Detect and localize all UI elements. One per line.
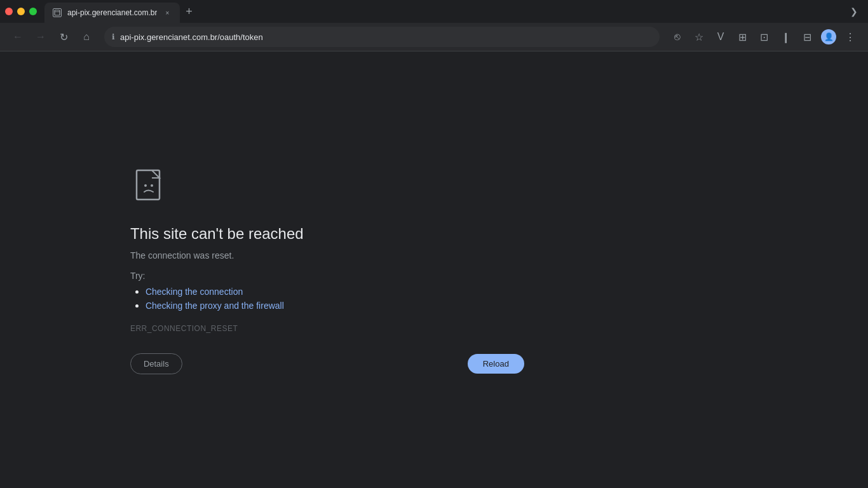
maximize-window-button[interactable] [29, 8, 37, 15]
url-text: api-pix.gerencianet.com.br/oauth/token [120, 32, 652, 42]
sidebar-toggle-button[interactable]: ❙ [775, 27, 796, 47]
tab-close-button[interactable]: × [162, 8, 172, 18]
security-icon: ℹ [112, 32, 115, 41]
svg-rect-0 [55, 10, 60, 15]
tab-bar-right: ❯ [845, 4, 863, 19]
tab-bar: api-pix.gerencianet.com.br × + ❯ [0, 0, 868, 23]
vivaldi-button[interactable]: V [710, 27, 731, 47]
sync-button[interactable]: ⊞ [732, 27, 752, 47]
back-button[interactable]: ← [8, 27, 28, 47]
error-code: ERR_CONNECTION_RESET [130, 324, 512, 333]
svg-point-3 [144, 184, 147, 187]
details-button[interactable]: Details [130, 353, 182, 374]
active-tab[interactable]: api-pix.gerencianet.com.br × [44, 3, 180, 23]
reload-button[interactable]: ↻ [53, 27, 74, 47]
button-row: Details Reload [130, 353, 524, 374]
extensions-button[interactable]: ⊡ [754, 27, 774, 47]
svg-point-4 [151, 184, 153, 187]
nav-right-icons: ⎋ ☆ V ⊞ ⊡ ❙ ⊟ 👤 ⋮ [667, 27, 860, 47]
list-item: Checking the connection [146, 286, 512, 297]
browser-chrome: api-pix.gerencianet.com.br × + ❯ ← → ↻ ⌂… [0, 0, 868, 51]
user-avatar: 👤 [821, 29, 836, 44]
list-item: Checking the proxy and the firewall [146, 300, 512, 311]
suggestion-list: Checking the connection Checking the pro… [130, 286, 512, 311]
minimize-window-button[interactable] [17, 8, 25, 15]
error-icon [130, 166, 512, 210]
check-proxy-link[interactable]: Checking the proxy and the firewall [146, 301, 284, 311]
error-container: This site can't be reached The connectio… [130, 166, 512, 374]
tab-list-chevron[interactable]: ❯ [845, 4, 863, 19]
share-button[interactable]: ⎋ [667, 27, 688, 47]
home-button[interactable]: ⌂ [76, 27, 97, 47]
forward-button[interactable]: → [31, 27, 51, 47]
address-bar[interactable]: ℹ api-pix.gerencianet.com.br/oauth/token [104, 27, 660, 47]
split-view-button[interactable]: ⊟ [797, 27, 817, 47]
window-controls [5, 8, 37, 15]
new-tab-button[interactable]: + [180, 3, 198, 20]
reload-page-button[interactable]: Reload [468, 354, 524, 374]
bookmark-button[interactable]: ☆ [689, 27, 709, 47]
check-connection-link[interactable]: Checking the connection [146, 287, 243, 297]
menu-button[interactable]: ⋮ [840, 27, 860, 47]
page-content: This site can't be reached The connectio… [0, 51, 868, 488]
navigation-bar: ← → ↻ ⌂ ℹ api-pix.gerencianet.com.br/oau… [0, 23, 868, 51]
profile-button[interactable]: 👤 [818, 27, 839, 47]
tab-favicon [52, 8, 62, 18]
error-title: This site can't be reached [130, 225, 512, 243]
try-label: Try: [130, 271, 512, 281]
error-subtitle: The connection was reset. [130, 250, 512, 261]
close-window-button[interactable] [5, 8, 13, 15]
tab-favicon-icon [53, 8, 62, 17]
tab-title: api-pix.gerencianet.com.br [67, 8, 157, 17]
